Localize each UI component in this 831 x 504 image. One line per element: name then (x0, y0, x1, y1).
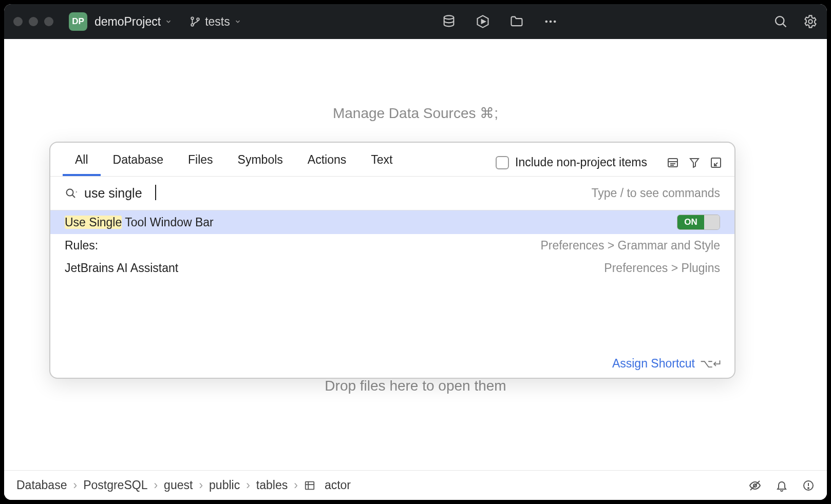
result-highlight: Use Single (65, 216, 122, 229)
chevron-right-icon: › (294, 478, 298, 492)
branch-label: tests (205, 15, 230, 29)
chevron-right-icon: › (73, 478, 77, 492)
include-non-project-checkbox[interactable]: Include non-project items (496, 156, 647, 169)
vcs-branch-selector[interactable]: tests (190, 15, 241, 29)
breadcrumb[interactable]: Database (16, 478, 67, 492)
tab-text[interactable]: Text (358, 149, 405, 176)
tab-files[interactable]: Files (176, 149, 225, 176)
svg-point-8 (554, 21, 556, 23)
search-field-icon[interactable] (65, 187, 77, 200)
svg-marker-5 (482, 20, 485, 24)
result-label: Rules: (65, 239, 532, 253)
manage-data-sources-hint: Manage Data Sources ⌘; (4, 105, 827, 122)
database-icon[interactable] (442, 14, 456, 29)
drop-files-hint: Drop files here to open them (4, 378, 827, 394)
svg-point-27 (808, 488, 809, 489)
tab-all[interactable]: All (63, 149, 101, 176)
checkbox-box (496, 156, 509, 169)
statusbar-icons (749, 479, 815, 492)
tab-actions[interactable]: Actions (295, 149, 358, 176)
search-results: Use Single Tool Window Bar ON Rules: Pre… (50, 210, 734, 352)
traffic-close[interactable] (13, 17, 23, 26)
result-location: Preferences > Plugins (604, 261, 720, 275)
assign-shortcut-label: Assign Shortcut (612, 357, 695, 371)
search-input[interactable] (84, 184, 584, 203)
breadcrumb[interactable]: actor (304, 478, 351, 492)
result-row[interactable]: JetBrains AI Assistant Preferences > Plu… (50, 257, 734, 279)
breadcrumb[interactable]: public (209, 478, 240, 492)
titlebar-right-icons (773, 14, 818, 29)
svg-point-2 (197, 18, 199, 21)
result-row[interactable]: Use Single Tool Window Bar ON (50, 210, 734, 234)
chevron-right-icon: › (154, 478, 158, 492)
chevron-down-icon (234, 18, 241, 25)
project-selector[interactable]: demoProject (95, 15, 172, 29)
svg-rect-20 (306, 481, 314, 489)
project-name-label: demoProject (95, 15, 161, 29)
svg-point-18 (67, 189, 73, 196)
branch-icon (190, 16, 201, 27)
breadcrumb[interactable]: guest (164, 478, 193, 492)
svg-point-6 (545, 21, 547, 23)
run-target-icon[interactable] (476, 14, 490, 29)
eye-off-icon[interactable] (749, 479, 761, 492)
folder-icon[interactable] (509, 14, 524, 29)
assign-shortcut-link[interactable]: Assign Shortcut ⌥↵ (612, 357, 722, 371)
more-icon[interactable] (543, 14, 558, 29)
svg-point-7 (550, 21, 552, 23)
filter-icon[interactable] (688, 157, 701, 169)
breadcrumb[interactable]: tables (256, 478, 288, 492)
result-label: JetBrains AI Assistant (65, 261, 596, 275)
chevron-down-icon (165, 18, 172, 25)
search-everywhere-popup: All Database Files Symbols Actions Text … (49, 142, 735, 379)
statusbar: Database › PostgreSQL › guest › public ›… (4, 470, 827, 500)
titlebar: DP demoProject tests (4, 4, 827, 39)
search-hint: Type / to see commands (591, 186, 720, 200)
preview-panel-icon[interactable] (667, 157, 679, 169)
search-row: Type / to see commands (50, 177, 734, 210)
shortcut-keys: ⌥↵ (700, 357, 722, 371)
chevron-right-icon: › (199, 478, 203, 492)
warning-icon[interactable] (802, 479, 815, 492)
svg-point-1 (191, 24, 194, 26)
tab-symbols[interactable]: Symbols (225, 149, 295, 176)
bell-icon[interactable] (776, 479, 788, 492)
popup-footer: Assign Shortcut ⌥↵ (50, 352, 734, 378)
svg-line-19 (72, 195, 75, 198)
toggle-off-slot (704, 215, 720, 229)
project-badge: DP (69, 12, 87, 31)
svg-point-9 (776, 16, 784, 25)
editor-area: Manage Data Sources ⌘; Drop files here t… (4, 39, 827, 470)
toggle-on-label: ON (677, 215, 704, 229)
result-row[interactable]: Rules: Preferences > Grammar and Style (50, 234, 734, 257)
collapse-icon[interactable] (710, 157, 722, 169)
svg-point-3 (444, 15, 454, 19)
tab-database[interactable]: Database (101, 149, 176, 176)
traffic-min[interactable] (29, 17, 38, 26)
text-caret (155, 185, 156, 200)
breadcrumb[interactable]: PostgreSQL (83, 478, 147, 492)
window-traffic-lights (13, 17, 53, 26)
svg-marker-16 (690, 159, 698, 167)
chevron-right-icon: › (246, 478, 250, 492)
search-tabs: All Database Files Symbols Actions Text … (50, 143, 734, 176)
titlebar-center-icons (442, 14, 558, 29)
svg-point-0 (191, 17, 194, 20)
search-icon[interactable] (773, 14, 788, 29)
toggle-on[interactable]: ON (677, 215, 720, 230)
table-icon (304, 480, 315, 491)
gear-icon[interactable] (803, 14, 818, 29)
svg-point-11 (808, 20, 812, 23)
svg-line-10 (783, 24, 786, 27)
result-label: Use Single Tool Window Bar (65, 216, 669, 229)
app-window: DP demoProject tests Manage Data Sources… (4, 4, 827, 500)
result-location: Preferences > Grammar and Style (540, 239, 720, 253)
traffic-max[interactable] (44, 17, 53, 26)
include-label: Include non-project items (515, 156, 647, 169)
